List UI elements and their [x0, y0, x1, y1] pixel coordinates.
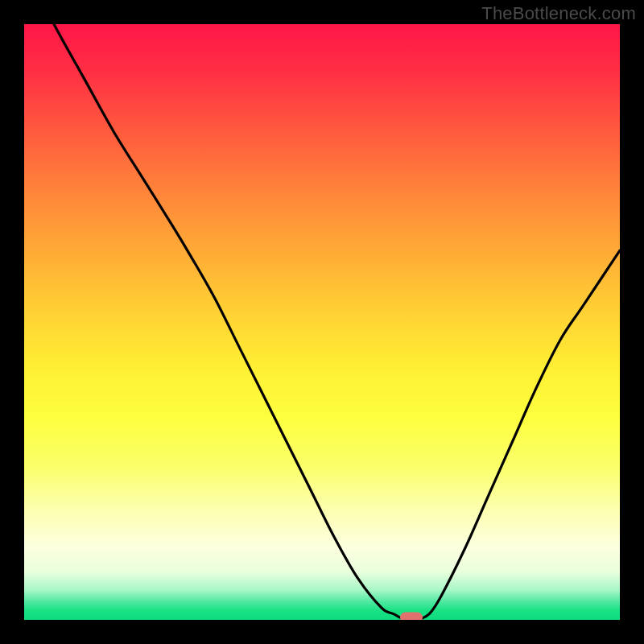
plot-area: [24, 24, 620, 620]
chart-frame: TheBottleneck.com: [0, 0, 644, 644]
curve-svg: [24, 24, 620, 620]
optimal-point-marker: [400, 613, 423, 621]
watermark-text: TheBottleneck.com: [481, 3, 636, 24]
bottleneck-curve-path: [24, 24, 620, 620]
